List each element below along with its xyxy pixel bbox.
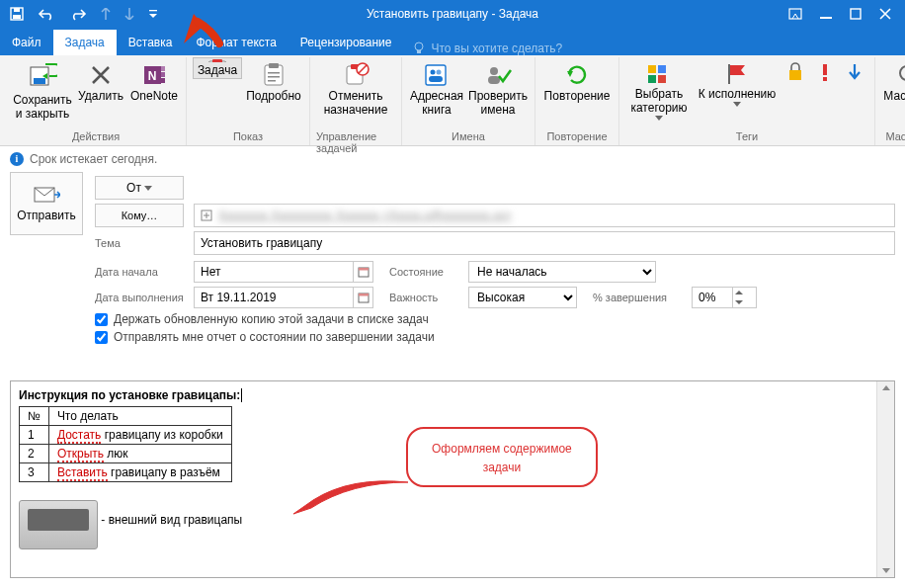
- envelope-icon: [33, 185, 60, 205]
- tab-review[interactable]: Рецензирование: [288, 30, 404, 55]
- priority-label: Важность: [389, 292, 458, 303]
- cancel-assign-button[interactable]: Отменить назначение: [316, 57, 395, 128]
- zoom-button[interactable]: Масштаб: [881, 57, 905, 128]
- check-names-button[interactable]: Проверить имена: [467, 57, 529, 128]
- group-names: Адресная книга Проверить имена Имена: [402, 57, 535, 145]
- maximize-icon[interactable]: [850, 8, 862, 20]
- image-caption: - внешний вид гравицапы: [101, 513, 242, 527]
- instruction-heading: Инструкция по установке гравицапы:: [19, 387, 868, 402]
- task-form: Отправить От Кому… Xxxxxxxx Xxxxxxxxxx X…: [0, 172, 905, 352]
- svg-rect-16: [161, 72, 165, 77]
- svg-rect-4: [149, 10, 157, 11]
- repeat-button[interactable]: Повторение: [541, 57, 613, 128]
- high-importance-button[interactable]: [811, 57, 839, 128]
- group-label: Действия: [72, 128, 120, 146]
- group-repeat: Повторение Повторение: [535, 57, 619, 145]
- save-close-button[interactable]: Сохранить и закрыть: [12, 57, 73, 128]
- undo-icon[interactable]: [38, 7, 55, 21]
- svg-rect-37: [648, 75, 656, 83]
- tab-task[interactable]: Задача: [53, 30, 117, 55]
- svg-rect-23: [268, 76, 280, 78]
- tab-file[interactable]: Файл: [0, 30, 53, 55]
- svg-marker-34: [567, 71, 573, 77]
- tell-me[interactable]: Что вы хотите сделать?: [403, 42, 572, 55]
- redo-icon[interactable]: [69, 7, 87, 21]
- svg-point-29: [431, 70, 436, 75]
- svg-rect-35: [648, 65, 656, 73]
- subject-input[interactable]: [194, 231, 895, 255]
- svg-rect-9: [417, 50, 421, 53]
- table-row: 1Достать гравицапу из коробки: [20, 426, 232, 445]
- svg-rect-31: [429, 76, 443, 82]
- low-importance-button[interactable]: [841, 57, 868, 128]
- calendar-icon[interactable]: [353, 262, 372, 282]
- body-scrollbar[interactable]: [876, 381, 894, 577]
- table-row: 2Открыть люк: [20, 445, 232, 463]
- next-item-icon[interactable]: [124, 8, 134, 20]
- calendar-icon[interactable]: [353, 288, 372, 307]
- svg-rect-50: [359, 294, 369, 296]
- qat-dropdown-icon[interactable]: [148, 9, 158, 19]
- svg-rect-6: [820, 17, 832, 19]
- details-button[interactable]: Подробно: [244, 57, 303, 128]
- send-button[interactable]: Отправить: [10, 172, 83, 235]
- spin-down-icon[interactable]: [733, 297, 745, 307]
- expand-recipients-icon[interactable]: [201, 210, 212, 221]
- pct-spinner[interactable]: [692, 287, 757, 308]
- due-date-field[interactable]: [194, 287, 373, 308]
- delete-button[interactable]: Удалить: [75, 57, 126, 128]
- window-title: Установить гравицапу - Задача: [367, 7, 538, 21]
- to-button[interactable]: Кому…: [95, 204, 184, 227]
- callout-tail-icon: [291, 480, 410, 516]
- state-select[interactable]: Не началась: [468, 261, 656, 283]
- scroll-down-icon[interactable]: [881, 567, 891, 575]
- followup-button[interactable]: К исполнению: [695, 57, 780, 128]
- svg-rect-2: [13, 15, 21, 19]
- svg-rect-43: [823, 77, 827, 81]
- subject-label: Тема: [95, 237, 184, 249]
- svg-rect-38: [658, 75, 666, 83]
- address-book-button[interactable]: Адресная книга: [408, 57, 465, 128]
- to-field[interactable]: Xxxxxxxx Xxxxxxxxxx Xxxxxxx <Xxxxx.x@xxx…: [194, 204, 895, 227]
- onenote-button[interactable]: NOneNote: [128, 57, 180, 128]
- svg-rect-15: [161, 66, 165, 71]
- info-bar: i Срок истекает сегодня.: [0, 146, 905, 172]
- task-view-button[interactable]: Задача: [193, 57, 242, 79]
- from-button[interactable]: От: [95, 176, 184, 200]
- svg-rect-48: [359, 268, 369, 271]
- svg-point-8: [415, 42, 423, 50]
- table-row: 3Вставить гравицапу в разъём: [20, 463, 232, 482]
- svg-rect-33: [488, 76, 500, 84]
- ribbon-display-icon[interactable]: [788, 8, 802, 20]
- svg-point-30: [437, 70, 442, 75]
- ribbon: Сохранить и закрыть Удалить NOneNote Дей…: [0, 55, 905, 146]
- prev-item-icon[interactable]: [101, 8, 111, 20]
- svg-marker-0: [184, 14, 204, 43]
- svg-rect-17: [161, 78, 165, 83]
- group-actions: Сохранить и закрыть Удалить NOneNote Дей…: [6, 57, 187, 145]
- save-icon[interactable]: [10, 7, 24, 21]
- svg-rect-11: [34, 78, 45, 84]
- title-bar: Установить гравицапу - Задача: [0, 0, 905, 28]
- priority-select[interactable]: Высокая: [468, 287, 577, 308]
- category-button[interactable]: Выбрать категорию: [625, 57, 693, 128]
- start-date-field[interactable]: [194, 261, 373, 283]
- spin-up-icon[interactable]: [733, 288, 745, 297]
- keep-copy-checkbox[interactable]: Держать обновленную копию этой задачи в …: [95, 312, 895, 326]
- annotation-callout: Оформляем содержимоезадачи: [406, 427, 598, 487]
- close-icon[interactable]: [879, 8, 891, 20]
- body-editor[interactable]: Инструкция по установке гравицапы: №Что …: [10, 380, 895, 578]
- send-report-checkbox[interactable]: Отправлять мне отчет о состоянии по заве…: [95, 330, 895, 344]
- ribbon-tabstrip: Файл Задача Вставка Формат текста Реценз…: [0, 28, 905, 55]
- tab-insert[interactable]: Вставка: [117, 30, 185, 55]
- svg-rect-36: [658, 65, 666, 73]
- table-row: №Что делать: [20, 407, 232, 426]
- minimize-icon[interactable]: [820, 8, 832, 20]
- scroll-up-icon[interactable]: [881, 383, 891, 391]
- svg-rect-41: [789, 70, 801, 80]
- svg-rect-19: [212, 59, 222, 62]
- svg-rect-7: [851, 9, 861, 19]
- info-icon: i: [10, 152, 24, 166]
- private-lock-button[interactable]: [782, 57, 809, 128]
- svg-rect-3: [14, 8, 20, 12]
